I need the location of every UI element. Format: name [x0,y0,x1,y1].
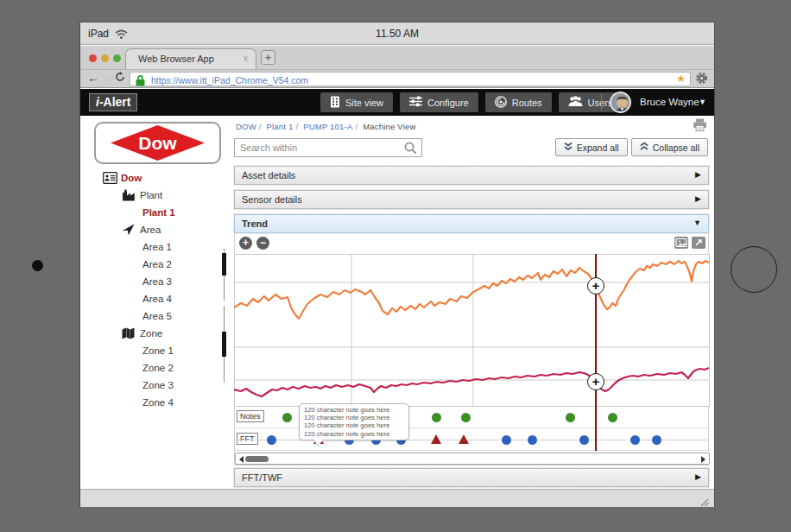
tree-item-label: Dow [121,173,142,183]
fft-data-marker[interactable] [267,435,276,445]
note-marker[interactable] [608,413,617,422]
status-time: 11.50 AM [80,28,714,40]
forward-icon[interactable]: → [101,71,113,85]
maximize-window-light[interactable] [113,54,121,62]
note-tooltip-line: 120 character note goes here [304,406,404,414]
tree-item-zone-3[interactable]: Zone 3 [80,377,234,394]
accordion-ffttwf[interactable]: FFT/TWF ▶ [234,468,709,487]
id-card-icon [103,172,117,185]
fft-data-marker[interactable] [502,435,511,445]
settings-gear-icon[interactable] [695,72,708,88]
note-tooltip: 120 character note goes here120 characte… [299,403,409,440]
fft-data-marker[interactable] [579,435,589,445]
factory-icon [122,189,136,202]
fft-alarm-triangle-marker[interactable] [431,434,441,444]
scroll-left-icon[interactable] [239,456,244,463]
fullscreen-icon[interactable] [692,237,706,249]
tree-item-zone-4[interactable]: Zone 4 [80,394,234,411]
accordion-sensor-details[interactable]: Sensor details ▶ [234,190,709,209]
zoom-out-button[interactable]: − [256,237,269,250]
lower-panel-vscrollbar-thumb[interactable] [222,332,226,357]
content-area: Dow DowPlantPlant 1AreaArea 1Area 2Area … [80,116,714,489]
search-input[interactable] [240,140,396,155]
url-text: https://www.itt_iPad_Chrome_V54.com [151,75,308,86]
user-menu-caret-icon[interactable]: ▼ [699,98,706,106]
zoom-in-button[interactable]: + [239,237,252,250]
site-view-label: Site view [345,98,383,108]
new-tab-button[interactable]: + [261,50,275,65]
tree-item-label: Zone [140,328,162,339]
scroll-right-icon[interactable] [701,456,706,463]
tree-item-plant-1[interactable]: Plant 1 [80,204,234,221]
note-marker[interactable] [566,413,575,422]
accordion-trend[interactable]: Trend ▼ [234,214,709,233]
configure-button[interactable]: Configure [400,92,478,112]
hscrollbar-thumb[interactable] [245,456,269,462]
print-icon[interactable] [693,118,707,135]
bookmark-star-icon[interactable]: ★ [676,73,686,85]
user-name[interactable]: Bruce Wayne [640,97,699,107]
app-bar-buttons: Site view Configure Routes Users [320,92,622,112]
chevron-right-icon: ▶ [695,170,701,179]
tree-item-plant[interactable]: Plant [80,187,234,204]
tree-item-zone[interactable]: Zone [80,325,234,342]
trend-label: Trend [242,218,268,229]
note-tooltip-line: 120 character note goes here [304,414,404,421]
trend-chart[interactable] [234,254,710,407]
note-tooltip-line: 120 character note goes here [304,421,404,429]
tree-item-area-4[interactable]: Area 4 [80,290,234,307]
upper-panel-vscrollbar-thumb[interactable] [222,253,226,276]
map-icon [122,327,136,340]
breadcrumb-link[interactable]: Plant 1 [267,122,294,131]
breadcrumb: DOW/ Plant 1/ PUMP 101-A/ Machine View [236,122,416,131]
expand-all-button[interactable]: Expand all [555,138,628,156]
cursor-marker-lower[interactable]: + [587,373,604,390]
fft-data-marker[interactable] [652,435,661,445]
tree-item-area-5[interactable]: Area 5 [80,307,234,325]
tree-item-label: Plant [140,190,162,200]
breadcrumb-current: Machine View [363,122,415,131]
home-button[interactable] [731,246,777,293]
close-window-light[interactable] [89,54,97,62]
browser-nav-row: ← → [80,69,714,88]
chevron-right-icon: ▶ [695,194,701,203]
tree-item-area-3[interactable]: Area 3 [80,273,234,290]
note-marker[interactable] [432,413,441,422]
tree-item-label: Zone 1 [142,345,174,356]
note-marker[interactable] [461,413,471,422]
resize-handle-icon[interactable] [698,495,709,510]
building-icon [330,96,340,110]
fft-alarm-triangle-marker[interactable] [459,434,469,444]
tree-item-dow[interactable]: Dow [80,169,234,187]
back-icon[interactable]: ← [87,71,99,85]
tree-item-zone-2[interactable]: Zone 2 [80,359,234,377]
chevron-down-icon: ▼ [693,218,701,227]
breadcrumb-link[interactable]: PUMP 101-A [303,122,352,131]
accordion-asset-details[interactable]: Asset details ▶ [234,166,709,185]
url-bar[interactable]: https://www.itt_iPad_Chrome_V54.com ★ [130,72,691,86]
tree-item-zone-1[interactable]: Zone 1 [80,342,234,359]
fft-data-marker[interactable] [630,435,640,445]
user-avatar[interactable] [610,92,631,113]
screen: iPad 11.50 AM Web Browser App x + ← → [79,22,715,507]
note-marker[interactable] [282,413,292,422]
chart-plot-area[interactable] [235,255,710,407]
tree-item-area-1[interactable]: Area 1 [80,238,234,256]
fft-data-marker[interactable] [528,435,537,445]
tree-item-area-2[interactable]: Area 2 [80,256,234,273]
tab-close-icon[interactable]: x [244,54,248,63]
browser-tab[interactable]: Web Browser App x [125,48,256,69]
routes-button[interactable]: Routes [485,92,552,112]
refresh-icon[interactable] [115,71,125,85]
search-icon[interactable] [404,142,417,158]
cursor-marker-upper[interactable]: + [587,277,604,294]
chart-hscrollbar[interactable] [235,453,710,465]
collapse-all-button[interactable]: Collapse all [631,138,708,156]
export-image-icon[interactable] [674,237,688,249]
fft-row-label: FFT [237,433,258,445]
minimize-window-light[interactable] [101,54,109,62]
breadcrumb-link[interactable]: DOW [236,122,256,131]
site-view-button[interactable]: Site view [320,92,393,112]
tree-item-label: Area 2 [142,259,172,269]
tree-item-area[interactable]: Area [80,221,234,238]
